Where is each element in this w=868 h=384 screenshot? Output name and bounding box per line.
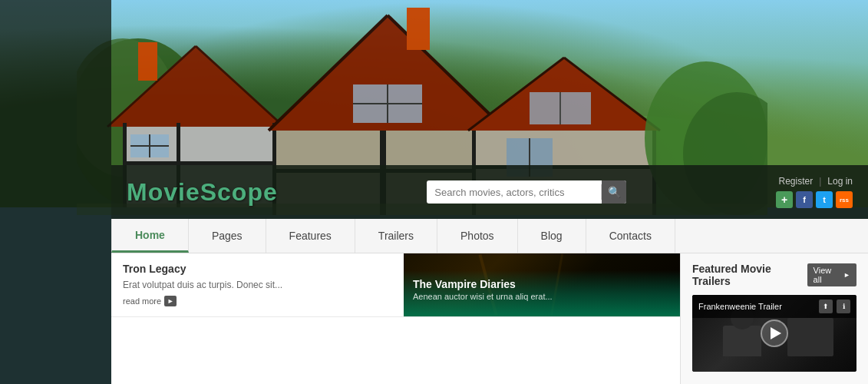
view-all-arrow-icon: ►	[843, 271, 850, 279]
nav-item-pages[interactable]: Pages	[189, 219, 266, 253]
facebook-icon[interactable]: f	[796, 191, 813, 208]
play-button[interactable]	[761, 319, 788, 347]
left-sidebar-strip	[0, 0, 111, 384]
register-link[interactable]: Register	[778, 176, 813, 187]
trailer-share-icon[interactable]: ⬆	[819, 300, 833, 313]
article-list: Tron Legacy Erat volutpat duis ac turpis…	[111, 253, 680, 317]
main-navigation: Home Pages Features Trailers Photos Blog…	[111, 219, 868, 253]
nav-item-blog[interactable]: Blog	[518, 219, 586, 253]
svg-rect-18	[138, 42, 157, 81]
site-logo[interactable]: MovieScope	[127, 178, 278, 207]
trailer-title: Frankenweenie Trailer	[698, 302, 782, 311]
svg-rect-31	[407, 8, 430, 50]
header-right: Register | Log in + f t rss	[776, 176, 853, 208]
read-more-label-1: read more	[123, 296, 161, 306]
google-plus-icon[interactable]: +	[776, 191, 793, 208]
header: MovieScope 🔍 Register | Log in + f t rss	[111, 165, 868, 219]
logo-part2: Scope	[200, 178, 278, 206]
social-icons: + f t rss	[776, 191, 853, 208]
trailer-info-icon[interactable]: ℹ	[837, 300, 850, 313]
twitter-icon[interactable]: t	[816, 191, 833, 208]
sidebar-title: Featured Movie Trailers	[692, 263, 807, 287]
search-button[interactable]: 🔍	[602, 180, 626, 204]
sidebar-header: Featured Movie Trailers View all ►	[692, 263, 856, 287]
rss-icon[interactable]: rss	[836, 191, 853, 208]
auth-links: Register | Log in	[778, 176, 853, 187]
overlay-title-1: The Vampire Diaries	[413, 278, 671, 290]
read-more-1[interactable]: read more ►	[123, 296, 177, 306]
overlay-excerpt-1: Aenean auctor wisi et urna aliq erat...	[413, 292, 671, 301]
trailer-card-header: Frankenweenie Trailer ⬆ ℹ	[692, 295, 856, 318]
nav-item-trailers[interactable]: Trailers	[355, 219, 437, 253]
trailer-icons: ⬆ ℹ	[819, 300, 850, 313]
article-image-area-1: The Vampire Diaries Aenean auctor wisi e…	[404, 253, 680, 316]
sidebar: Featured Movie Trailers View all ► Frank…	[680, 253, 868, 384]
auth-separator: |	[819, 176, 821, 187]
view-all-button[interactable]: View all ►	[807, 263, 856, 286]
article-title-1[interactable]: Tron Legacy	[123, 263, 392, 275]
nav-item-photos[interactable]: Photos	[437, 219, 518, 253]
login-link[interactable]: Log in	[827, 176, 853, 187]
read-more-arrow-1: ►	[164, 296, 177, 306]
nav-item-features[interactable]: Features	[266, 219, 355, 253]
trailer-card: Frankenweenie Trailer ⬆ ℹ	[692, 295, 856, 372]
content-area: Tron Legacy Erat volutpat duis ac turpis…	[111, 253, 868, 384]
sidebar-section-trailers: Featured Movie Trailers View all ► Frank…	[681, 253, 868, 381]
search-input[interactable]	[427, 187, 601, 198]
logo-part1: Movie	[127, 178, 200, 206]
search-area: 🔍	[278, 180, 776, 204]
article-overlay-1: The Vampire Diaries Aenean auctor wisi e…	[404, 270, 680, 316]
search-wrapper: 🔍	[427, 180, 626, 204]
play-triangle-icon	[771, 327, 781, 339]
article-text-1: Tron Legacy Erat volutpat duis ac turpis…	[111, 253, 404, 316]
nav-item-home[interactable]: Home	[111, 219, 189, 253]
main-content: Tron Legacy Erat volutpat duis ac turpis…	[111, 253, 680, 384]
view-all-label: View all	[814, 266, 841, 284]
nav-item-contacts[interactable]: Contacts	[586, 219, 675, 253]
article-excerpt-1: Erat volutpat duis ac turpis. Donec sit.…	[123, 279, 392, 292]
article-item: Tron Legacy Erat volutpat duis ac turpis…	[111, 253, 680, 317]
